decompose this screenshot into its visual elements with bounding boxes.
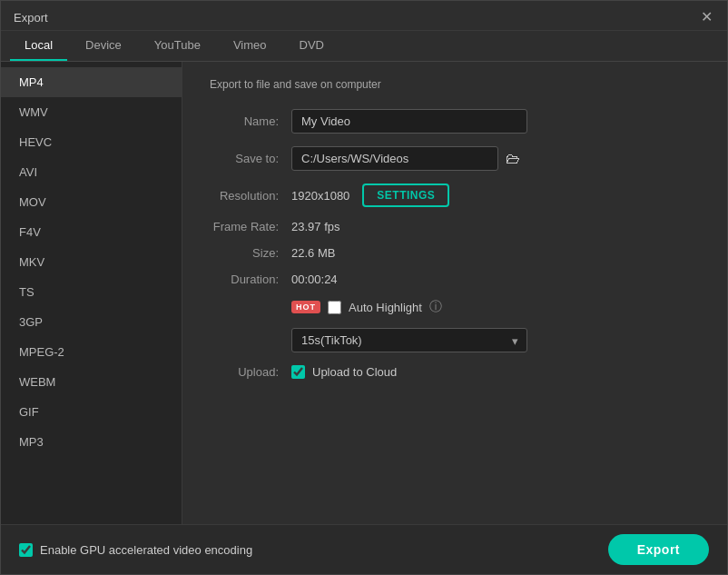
format-sidebar: MP4 WMV HEVC AVI MOV F4V MKV TS 3GP MPEG… (1, 62, 182, 524)
sidebar-item-mov[interactable]: MOV (1, 187, 182, 217)
auto-highlight-checkbox[interactable] (328, 301, 341, 314)
export-button[interactable]: Export (608, 534, 709, 565)
sidebar-item-3gp[interactable]: 3GP (1, 307, 182, 337)
export-subtitle: Export to file and save on computer (210, 78, 700, 91)
tab-youtube[interactable]: YouTube (140, 31, 215, 61)
gpu-label: Enable GPU accelerated video encoding (40, 543, 252, 557)
sidebar-item-ts[interactable]: TS (1, 277, 182, 307)
sidebar-item-mkv[interactable]: MKV (1, 247, 182, 277)
export-window: Export ✕ Local Device YouTube Vimeo DVD … (0, 0, 728, 575)
sidebar-item-f4v[interactable]: F4V (1, 217, 182, 247)
gpu-checkbox[interactable] (19, 543, 33, 557)
tab-vimeo[interactable]: Vimeo (219, 31, 281, 61)
sidebar-item-avi[interactable]: AVI (1, 157, 182, 187)
sidebar-item-webm[interactable]: WEBM (1, 367, 182, 397)
size-row: Size: 22.6 MB (210, 246, 700, 260)
upload-to-cloud-checkbox[interactable] (291, 365, 305, 379)
upload-checkbox-row: Upload to Cloud (291, 365, 397, 379)
sidebar-item-mp3[interactable]: MP3 (1, 427, 182, 457)
sidebar-item-gif[interactable]: GIF (1, 397, 182, 427)
tab-dvd[interactable]: DVD (285, 31, 339, 61)
resolution-value: 1920x1080 (291, 189, 349, 203)
save-to-row: Save to: 🗁 (210, 146, 700, 171)
export-main-panel: Export to file and save on computer Name… (182, 62, 727, 524)
close-button[interactable]: ✕ (699, 10, 714, 25)
size-label: Size: (210, 246, 291, 260)
path-input[interactable] (291, 146, 498, 171)
resolution-row: Resolution: 1920x1080 SETTINGS (210, 183, 700, 207)
sidebar-item-mpeg2[interactable]: MPEG-2 (1, 337, 182, 367)
main-content: MP4 WMV HEVC AVI MOV F4V MKV TS 3GP MPEG… (1, 62, 727, 524)
name-row: Name: (210, 109, 700, 134)
tab-device[interactable]: Device (71, 31, 136, 61)
resolution-label: Resolution: (210, 189, 291, 203)
frame-rate-label: Frame Rate: (210, 220, 291, 233)
folder-icon[interactable]: 🗁 (506, 151, 520, 167)
auto-highlight-text: Auto Highlight (349, 301, 422, 314)
sidebar-item-wmv[interactable]: WMV (1, 97, 182, 127)
duration-value: 00:00:24 (291, 273, 338, 286)
size-value: 22.6 MB (291, 246, 335, 260)
tiktok-dropdown-wrapper: 15s(TikTok) 30s 60s Custom (291, 328, 527, 352)
upload-to-cloud-text: Upload to Cloud (312, 365, 397, 379)
sidebar-item-hevc[interactable]: HEVC (1, 127, 182, 157)
duration-label: Duration: (210, 273, 291, 286)
tiktok-row: 15s(TikTok) 30s 60s Custom (210, 328, 700, 352)
auto-highlight-row: HOT Auto Highlight ⓘ (210, 299, 700, 315)
frame-rate-row: Frame Rate: 23.97 fps (210, 220, 700, 233)
name-label: Name: (210, 114, 291, 128)
path-row: 🗁 (291, 146, 520, 171)
gpu-row: Enable GPU accelerated video encoding (19, 543, 252, 557)
save-to-label: Save to: (210, 152, 291, 165)
title-bar: Export ✕ (1, 1, 727, 31)
duration-row: Duration: 00:00:24 (210, 273, 700, 286)
tab-bar: Local Device YouTube Vimeo DVD (1, 31, 727, 62)
sidebar-item-mp4[interactable]: MP4 (1, 67, 182, 97)
frame-rate-value: 23.97 fps (291, 220, 340, 233)
window-title: Export (14, 11, 48, 25)
name-input[interactable] (291, 109, 527, 134)
tiktok-dropdown[interactable]: 15s(TikTok) 30s 60s Custom (291, 328, 527, 352)
resolution-value-row: 1920x1080 SETTINGS (291, 183, 449, 207)
tab-local[interactable]: Local (10, 31, 67, 61)
upload-row: Upload: Upload to Cloud (210, 365, 700, 379)
settings-button[interactable]: SETTINGS (362, 183, 449, 207)
auto-highlight-checkbox-row: HOT Auto Highlight ⓘ (291, 299, 442, 315)
bottom-bar: Enable GPU accelerated video encoding Ex… (1, 524, 727, 574)
hot-badge: HOT (291, 301, 320, 313)
upload-label: Upload: (210, 365, 291, 379)
help-icon[interactable]: ⓘ (429, 299, 442, 315)
